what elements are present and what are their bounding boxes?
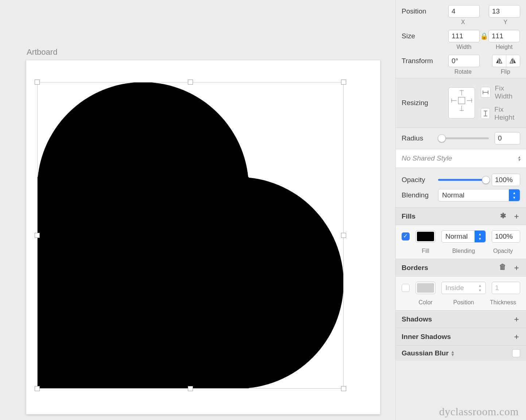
fill-enabled-checkbox[interactable]: [402, 232, 410, 240]
borders-title: Borders: [402, 264, 428, 272]
border-position-caption: Position: [441, 299, 486, 306]
handle-bl[interactable]: [35, 386, 40, 391]
border-color-caption: Color: [415, 299, 436, 306]
position-y-caption: Y: [491, 19, 520, 26]
opacity-slider[interactable]: [438, 176, 486, 184]
add-border-button[interactable]: ＋: [513, 263, 520, 273]
chevron-up-down-icon: ▴▾: [475, 231, 486, 242]
border-enabled-checkbox[interactable]: [402, 284, 410, 292]
handle-bm[interactable]: [188, 386, 193, 391]
handle-br[interactable]: [341, 386, 346, 391]
position-label: Position: [402, 7, 448, 15]
rotate-input[interactable]: [448, 55, 480, 67]
fix-width-label: Fix Width: [495, 84, 520, 100]
position-x-input[interactable]: [448, 5, 480, 18]
flip-vertical-button[interactable]: [506, 55, 520, 67]
opacity-input[interactable]: [492, 174, 520, 186]
flip-horizontal-icon: [495, 57, 503, 65]
resizing-constraints-widget[interactable]: [448, 87, 475, 119]
chevron-up-down-icon: ▴▾: [475, 282, 486, 294]
radius-input[interactable]: [495, 132, 520, 145]
rotate-caption: Rotate: [448, 69, 478, 75]
height-caption: Height: [488, 44, 520, 50]
shadows-title: Shadows: [402, 315, 432, 323]
handle-tl[interactable]: [35, 80, 40, 85]
chevron-up-down-icon: ▴▾: [509, 189, 520, 201]
fill-color-swatch[interactable]: [415, 230, 436, 243]
border-color-swatch[interactable]: [415, 282, 436, 294]
flip-horizontal-button[interactable]: [492, 55, 506, 67]
gear-icon[interactable]: ✱: [500, 211, 506, 221]
fix-width-option[interactable]: Fix Width: [481, 84, 520, 100]
gaussian-blur-title: Gaussian Blur: [402, 349, 449, 357]
svg-rect-0: [458, 97, 465, 104]
flip-group: [492, 55, 520, 67]
fill-blend-select[interactable]: Normal ▴▾: [441, 230, 486, 243]
fix-height-icon: [481, 108, 490, 119]
artboard-label[interactable]: Artboard: [27, 47, 57, 57]
fill-blend-caption: Blending: [441, 248, 486, 254]
fill-opacity-caption: Opacity: [486, 248, 520, 254]
fix-height-option[interactable]: Fix Height: [481, 105, 520, 122]
blending-select[interactable]: Normal ▴▾: [438, 189, 520, 201]
flip-caption: Flip: [491, 69, 520, 75]
border-thickness-caption: Thickness: [486, 299, 520, 306]
handle-ml[interactable]: [35, 233, 40, 238]
fix-height-label: Fix Height: [494, 105, 520, 122]
delete-border-button[interactable]: 🗑: [499, 263, 506, 273]
shared-style-dropdown[interactable]: No Shared Style ▴▾: [396, 149, 526, 168]
inspector-panel: Position X Y Size 🔒 Width Height Transfo…: [395, 0, 526, 420]
inner-shadows-title: Inner Shadows: [402, 333, 451, 341]
blending-value: Normal: [442, 191, 464, 199]
canvas-area[interactable]: Artboard: [0, 0, 395, 420]
position-y-input[interactable]: [489, 5, 520, 18]
handle-tm[interactable]: [188, 80, 193, 85]
radius-slider[interactable]: [438, 134, 489, 143]
width-caption: Width: [448, 44, 480, 50]
size-label: Size: [402, 32, 448, 40]
width-input[interactable]: [448, 30, 480, 42]
watermark-text: dyclassroom.com: [439, 405, 519, 418]
add-fill-button[interactable]: ＋: [513, 211, 520, 221]
resizing-label: Resizing: [402, 99, 448, 107]
flip-vertical-icon: [509, 57, 517, 65]
chevron-up-down-icon: ▴▾: [518, 155, 520, 161]
fills-title: Fills: [402, 212, 415, 220]
selection-box: [37, 82, 344, 389]
border-position-select[interactable]: Inside ▴▾: [441, 282, 486, 294]
blending-label: Blending: [402, 191, 438, 199]
handle-tr[interactable]: [341, 80, 346, 85]
lock-aspect-icon[interactable]: 🔒: [480, 32, 488, 40]
radius-label: Radius: [402, 134, 438, 142]
fix-width-icon: [481, 87, 491, 98]
chevron-up-down-icon: ▴▾: [452, 350, 454, 356]
border-position-value: Inside: [445, 284, 464, 292]
gaussian-blur-checkbox[interactable]: [512, 349, 520, 357]
artboard[interactable]: [26, 60, 380, 414]
transform-label: Transform: [402, 57, 448, 65]
fill-opacity-input[interactable]: [492, 230, 520, 243]
add-inner-shadow-button[interactable]: ＋: [513, 332, 520, 342]
fill-blend-value: Normal: [445, 232, 468, 240]
shared-style-text: No Shared Style: [402, 154, 452, 162]
height-input[interactable]: [488, 30, 520, 42]
handle-mr[interactable]: [341, 233, 346, 238]
add-shadow-button[interactable]: ＋: [513, 314, 520, 324]
position-x-caption: X: [448, 19, 478, 26]
border-thickness-input[interactable]: [492, 282, 520, 294]
opacity-label: Opacity: [402, 176, 438, 184]
fill-caption: Fill: [415, 248, 436, 254]
